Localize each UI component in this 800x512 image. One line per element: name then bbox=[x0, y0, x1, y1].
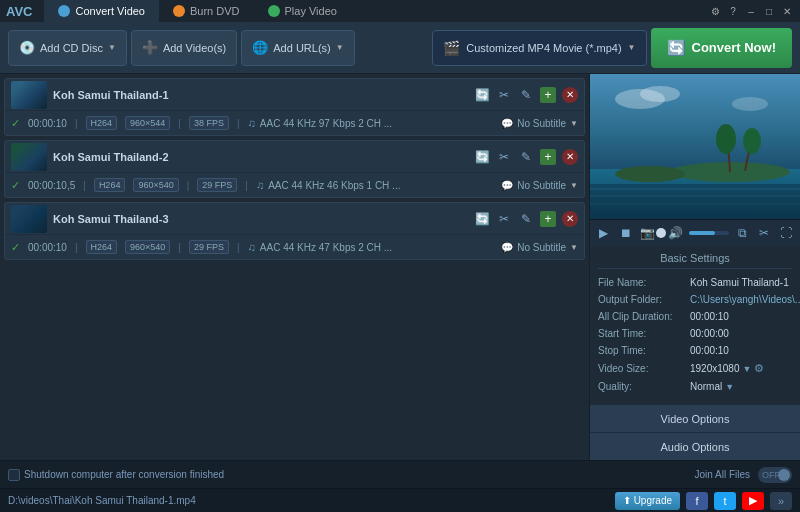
file-duration: 00:00:10,5 bbox=[28, 180, 75, 191]
fps-badge: 29 FPS bbox=[197, 178, 237, 192]
add-video-button[interactable]: ➕ Add Video(s) bbox=[131, 30, 237, 66]
full-screen-button[interactable]: ⛶ bbox=[778, 225, 794, 241]
setting-quality: Quality: Normal ▼ bbox=[598, 381, 792, 392]
facebook-button[interactable]: f bbox=[686, 492, 708, 510]
file-item-details: ✓ 00:00:10,5 | H264 960×540 | 29 FPS | ♫… bbox=[5, 173, 584, 197]
add-cd-button[interactable]: 💿 Add CD Disc ▼ bbox=[8, 30, 127, 66]
codec-badge: H264 bbox=[86, 116, 118, 130]
audio-info: ♫ AAC 44 KHz 47 Kbps 2 CH ... bbox=[248, 241, 393, 253]
file-edit-icon[interactable]: ✎ bbox=[518, 149, 534, 165]
file-refresh-icon[interactable]: 🔄 bbox=[474, 211, 490, 227]
file-remove-icon[interactable]: ✕ bbox=[562, 149, 578, 165]
file-actions: 🔄 ✂ ✎ + ✕ bbox=[474, 87, 578, 103]
subtitle-selector[interactable]: 💬 No Subtitle ▼ bbox=[501, 118, 578, 129]
preview-image bbox=[590, 74, 800, 219]
panel-buttons: Video Options Audio Options bbox=[590, 404, 800, 460]
shutdown-checkbox-box[interactable] bbox=[8, 469, 20, 481]
add-url-icon: 🌐 bbox=[252, 40, 268, 56]
file-refresh-icon[interactable]: 🔄 bbox=[474, 149, 490, 165]
quality-dropdown-icon[interactable]: ▼ bbox=[725, 382, 734, 392]
file-edit-icon[interactable]: ✎ bbox=[518, 211, 534, 227]
file-item-details: ✓ 00:00:10 | H264 960×540 | 29 FPS | ♫ A… bbox=[5, 235, 584, 259]
setting-output-folder: Output Folder: C:\Users\yangh\Videos\... bbox=[598, 294, 792, 305]
preview-area bbox=[590, 74, 800, 219]
play-button[interactable]: ▶ bbox=[596, 225, 612, 241]
add-cd-icon: 💿 bbox=[19, 40, 35, 56]
codec-badge: H264 bbox=[94, 178, 126, 192]
twitter-button[interactable]: t bbox=[714, 492, 736, 510]
format-selector[interactable]: 🎬 Customized MP4 Movie (*.mp4) ▼ bbox=[432, 30, 646, 66]
youtube-button[interactable]: ▶ bbox=[742, 492, 764, 510]
file-cut-icon[interactable]: ✂ bbox=[496, 211, 512, 227]
copy-button[interactable]: ⧉ bbox=[735, 225, 751, 241]
svg-point-10 bbox=[732, 97, 768, 111]
subtitle-selector[interactable]: 💬 No Subtitle ▼ bbox=[501, 180, 578, 191]
file-path: D:\videos\Thai\Koh Samui Thailand-1.mp4 bbox=[8, 495, 609, 506]
app-label: AVC bbox=[6, 4, 32, 19]
file-item-header: Koh Samui Thailand-2 🔄 ✂ ✎ + ✕ bbox=[5, 141, 584, 173]
file-refresh-icon[interactable]: 🔄 bbox=[474, 87, 490, 103]
tab-play-video[interactable]: Play Video bbox=[254, 0, 351, 22]
tab-convert-video[interactable]: Convert Video bbox=[44, 0, 159, 22]
stop-button[interactable]: ⏹ bbox=[618, 225, 634, 241]
volume-icon[interactable]: 🔊 bbox=[667, 225, 683, 241]
audio-options-button[interactable]: Audio Options bbox=[590, 432, 800, 460]
title-bar: AVC Convert Video Burn DVD Play Video ⚙ … bbox=[0, 0, 800, 22]
settings-win-btn[interactable]: ⚙ bbox=[708, 4, 722, 18]
minimize-win-btn[interactable]: – bbox=[744, 4, 758, 18]
title-tabs: Convert Video Burn DVD Play Video bbox=[44, 0, 696, 22]
convert-now-button[interactable]: 🔄 Convert Now! bbox=[651, 28, 793, 68]
file-item-header: Koh Samui Thailand-3 🔄 ✂ ✎ + ✕ bbox=[5, 203, 584, 235]
join-files-button[interactable]: Join All Files bbox=[694, 469, 750, 480]
file-list: Koh Samui Thailand-1 🔄 ✂ ✎ + ✕ ✓ 00:00:1… bbox=[0, 74, 590, 460]
file-cut-icon[interactable]: ✂ bbox=[496, 149, 512, 165]
close-win-btn[interactable]: ✕ bbox=[780, 4, 794, 18]
file-remove-icon[interactable]: ✕ bbox=[562, 211, 578, 227]
file-edit-icon[interactable]: ✎ bbox=[518, 87, 534, 103]
player-controls: ▶ ⏹ 📷 🔊 ⧉ ✂ ⛶ bbox=[590, 219, 800, 246]
format-icon: 🎬 bbox=[443, 40, 460, 56]
shutdown-label: Shutdown computer after conversion finis… bbox=[24, 469, 224, 480]
file-item: Koh Samui Thailand-3 🔄 ✂ ✎ + ✕ ✓ 00:00:1… bbox=[4, 202, 585, 260]
video-size-gear-icon[interactable]: ⚙ bbox=[754, 362, 764, 375]
resolution-badge: 960×540 bbox=[133, 178, 178, 192]
file-cut-icon[interactable]: ✂ bbox=[496, 87, 512, 103]
next-button[interactable]: » bbox=[770, 492, 792, 510]
add-url-button[interactable]: 🌐 Add URL(s) ▼ bbox=[241, 30, 354, 66]
video-size-dropdown-icon[interactable]: ▼ bbox=[743, 364, 752, 374]
file-item-header: Koh Samui Thailand-1 🔄 ✂ ✎ + ✕ bbox=[5, 79, 584, 111]
file-thumbnail bbox=[11, 143, 47, 171]
file-add-icon[interactable]: + bbox=[540, 211, 556, 227]
toggle-dot bbox=[778, 469, 790, 481]
basic-settings: Basic Settings File Name: Koh Samui Thai… bbox=[590, 246, 800, 404]
right-panel: ▶ ⏹ 📷 🔊 ⧉ ✂ ⛶ Basic Settings File Name: … bbox=[590, 74, 800, 460]
video-options-button[interactable]: Video Options bbox=[590, 404, 800, 432]
file-duration: 00:00:10 bbox=[28, 242, 67, 253]
play-video-icon bbox=[268, 5, 280, 17]
subtitle-selector[interactable]: 💬 No Subtitle ▼ bbox=[501, 242, 578, 253]
file-add-icon[interactable]: + bbox=[540, 87, 556, 103]
tab-burn-dvd[interactable]: Burn DVD bbox=[159, 0, 254, 22]
file-add-icon[interactable]: + bbox=[540, 149, 556, 165]
resolution-badge: 960×544 bbox=[125, 116, 170, 130]
format-dropdown-icon: ▼ bbox=[628, 43, 636, 52]
shutdown-checkbox[interactable]: Shutdown computer after conversion finis… bbox=[8, 469, 224, 481]
join-files-toggle[interactable]: OFF bbox=[758, 467, 792, 483]
upgrade-arrow-icon: ⬆ bbox=[623, 495, 631, 506]
maximize-win-btn[interactable]: □ bbox=[762, 4, 776, 18]
burn-dvd-icon bbox=[173, 5, 185, 17]
upgrade-button[interactable]: ⬆ Upgrade bbox=[615, 492, 680, 510]
file-remove-icon[interactable]: ✕ bbox=[562, 87, 578, 103]
cut-button[interactable]: ✂ bbox=[756, 225, 772, 241]
screenshot-button[interactable]: 📷 bbox=[640, 225, 656, 241]
resolution-badge: 960×540 bbox=[125, 240, 170, 254]
help-win-btn[interactable]: ? bbox=[726, 4, 740, 18]
fps-badge: 38 FPS bbox=[189, 116, 229, 130]
svg-point-7 bbox=[743, 128, 761, 154]
convert-video-icon bbox=[58, 5, 70, 17]
volume-slider[interactable] bbox=[689, 231, 728, 235]
file-check-icon: ✓ bbox=[11, 179, 20, 192]
file-actions: 🔄 ✂ ✎ + ✕ bbox=[474, 149, 578, 165]
setting-start-time: Start Time: 00:00:00 bbox=[598, 328, 792, 339]
audio-info: ♫ AAC 44 KHz 97 Kbps 2 CH ... bbox=[248, 117, 393, 129]
